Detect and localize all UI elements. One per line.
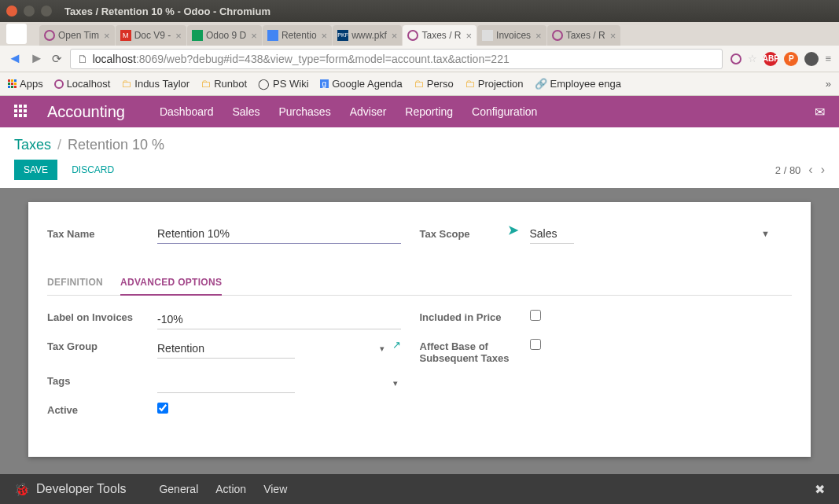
label-on-invoices-label: Label on Invoices <box>47 310 157 323</box>
tags-input[interactable] <box>157 373 295 393</box>
bookmark-agenda[interactable]: gGoogle Agenda <box>320 78 403 90</box>
tax-group-label: Tax Group <box>47 339 157 352</box>
nav-sales[interactable]: Sales <box>232 105 259 118</box>
window-close-button[interactable] <box>6 6 17 17</box>
discard-button[interactable]: DISCARD <box>62 160 123 180</box>
pager-prev-icon[interactable]: ‹ <box>808 163 812 177</box>
tab-close-icon[interactable]: × <box>104 30 110 42</box>
folder-icon: 🗀 <box>465 78 475 90</box>
link-icon: 🔗 <box>535 78 547 90</box>
bookmark-folder-projection[interactable]: 🗀Projection <box>465 78 524 90</box>
bookmarks-overflow-icon[interactable]: » <box>826 78 831 90</box>
window-minimize-button[interactable] <box>24 6 35 17</box>
browser-tab[interactable]: Taxes / R× <box>547 25 621 46</box>
save-button[interactable]: SAVE <box>14 160 57 180</box>
tags-label: Tags <box>47 373 157 387</box>
bug-icon: 🐞 <box>14 482 30 497</box>
tab-definition[interactable]: DEFINITION <box>47 270 103 295</box>
nav-adviser[interactable]: Adviser <box>350 105 387 118</box>
bookmark-folder-perso[interactable]: 🗀Perso <box>414 78 454 90</box>
browser-tab[interactable]: Odoo 9 D× <box>187 25 262 46</box>
browser-tab[interactable]: MDoc V9 -× <box>116 25 186 46</box>
breadcrumb-parent[interactable]: Taxes <box>14 137 51 153</box>
module-title[interactable]: Accounting <box>47 103 125 121</box>
tax-group-select[interactable] <box>157 339 295 359</box>
folder-icon: 🗀 <box>121 78 131 90</box>
pager: 2 / 80 ‹ › <box>775 163 825 177</box>
label-on-invoices-input[interactable] <box>157 310 401 329</box>
unity-avatar-icon <box>6 24 27 44</box>
tax-name-label: Tax Name <box>47 228 157 240</box>
browser-tab[interactable]: Retentio× <box>263 25 332 46</box>
sheets-icon <box>192 30 203 41</box>
p-ext-icon[interactable]: P <box>784 52 798 66</box>
form-tabs: DEFINITION ADVANCED OPTIONS <box>47 270 792 296</box>
devtools-view[interactable]: View <box>263 483 287 495</box>
control-panel: Taxes / Retention 10 % SAVE DISCARD 2 / … <box>0 127 839 188</box>
chevron-down-icon: ▼ <box>761 229 770 238</box>
tax-scope-select[interactable]: Sales <box>530 224 574 244</box>
chevron-down-icon: ▾ <box>380 344 385 354</box>
tab-close-icon[interactable]: × <box>465 30 472 42</box>
pager-next-icon[interactable]: › <box>821 163 825 177</box>
forward-button[interactable]: ► <box>30 50 44 67</box>
browser-tab-strip: Open Tim× MDoc V9 -× Odoo 9 D× Retentio×… <box>0 22 839 46</box>
breadcrumb-sep: / <box>57 137 61 153</box>
address-bar[interactable]: 🗋 localhost:8069/web?debug#id=438&view_t… <box>70 49 723 69</box>
url-path: :8069/web?debug#id=438&view_type=form&mo… <box>136 53 510 65</box>
browser-tab[interactable]: Invoices× <box>477 25 546 46</box>
tab-close-icon[interactable]: × <box>251 30 257 42</box>
window-title: Taxes / Retention 10 % - Odoo - Chromium <box>64 6 270 17</box>
back-button[interactable]: ◄ <box>8 50 22 67</box>
tab-close-icon[interactable]: × <box>610 30 616 42</box>
chevron-down-icon: ▾ <box>393 378 398 388</box>
nav-reporting[interactable]: Reporting <box>405 105 453 118</box>
affect-base-checkbox[interactable] <box>530 339 541 350</box>
google-icon: g <box>320 79 329 88</box>
avatar-ext-icon[interactable] <box>804 52 819 66</box>
tab-close-icon[interactable]: × <box>392 30 398 42</box>
external-link-icon[interactable]: ↗ <box>392 339 401 351</box>
abp-icon[interactable]: ABP <box>764 52 778 66</box>
included-in-price-label: Included in Price <box>420 310 530 323</box>
bookmark-employee[interactable]: 🔗Employee enga <box>535 78 621 90</box>
devtools-close-icon[interactable]: ✖ <box>815 482 825 497</box>
breadcrumb: Taxes / Retention 10 % <box>14 137 825 153</box>
nav-configuration[interactable]: Configuration <box>472 105 537 118</box>
favicon-icon <box>44 30 55 41</box>
odoo-ext-icon[interactable] <box>730 53 741 64</box>
file-icon <box>482 30 493 41</box>
odoo-icon <box>552 30 563 41</box>
nav-dashboard[interactable]: Dashboard <box>160 105 214 118</box>
pager-text[interactable]: 2 / 80 <box>775 164 801 176</box>
bookmark-pswiki[interactable]: ◯PS Wiki <box>258 78 309 90</box>
tab-close-icon[interactable]: × <box>175 30 182 42</box>
tax-name-input[interactable] <box>157 224 401 244</box>
devtools-general[interactable]: General <box>159 483 198 495</box>
included-in-price-checkbox[interactable] <box>530 310 541 321</box>
devtools-action[interactable]: Action <box>215 483 246 495</box>
browser-tab-active[interactable]: Taxes / R× <box>403 25 477 46</box>
bookmark-folder-indus[interactable]: 🗀Indus Taylor <box>121 78 190 90</box>
tab-close-icon[interactable]: × <box>535 30 542 42</box>
bookmark-localhost[interactable]: Localhost <box>54 78 111 90</box>
tab-advanced-options[interactable]: ADVANCED OPTIONS <box>120 270 222 296</box>
reload-button[interactable]: ⟳ <box>52 52 62 66</box>
cursor-icon: ➤ <box>508 223 518 237</box>
gmail-icon: M <box>120 30 131 41</box>
devtools-title: 🐞Developer Tools <box>14 482 126 497</box>
messaging-icon[interactable]: ✉ <box>815 105 825 120</box>
tab-close-icon[interactable]: × <box>322 30 328 42</box>
window-maximize-button[interactable] <box>41 6 52 17</box>
apps-menu-icon[interactable] <box>14 105 28 119</box>
apps-shortcut[interactable]: Apps <box>8 78 43 90</box>
active-checkbox[interactable] <box>157 403 168 414</box>
menu-icon[interactable]: ≡ <box>825 53 831 64</box>
developer-tools-bar: 🐞Developer Tools General Action View ✖ <box>0 474 839 504</box>
nav-purchases[interactable]: Purchases <box>279 105 331 118</box>
folder-icon: 🗀 <box>414 78 424 90</box>
bookmark-folder-runbot[interactable]: 🗀Runbot <box>201 78 247 90</box>
browser-tab[interactable]: Open Tim× <box>39 25 115 46</box>
browser-tab[interactable]: PKFwww.pkf× <box>333 25 402 46</box>
star-icon[interactable]: ☆ <box>748 53 757 64</box>
